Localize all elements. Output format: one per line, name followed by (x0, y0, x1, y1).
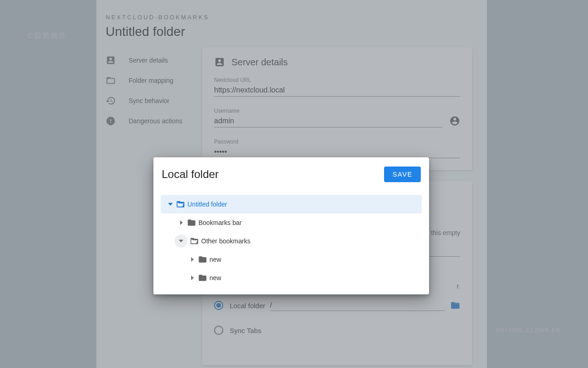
chevron-down-icon[interactable] (167, 202, 174, 207)
tree-item-bookmarks-bar[interactable]: Bookmarks bar (161, 213, 422, 232)
folder-icon (196, 273, 209, 282)
folder-icon (185, 218, 198, 227)
tree-item-label: Bookmarks bar (198, 219, 242, 226)
chevron-right-icon[interactable] (189, 257, 196, 262)
chevron-right-icon[interactable] (189, 276, 196, 280)
tree-item-untitled-folder[interactable]: Untitled folder (161, 195, 422, 213)
tree-item-label: Other bookmarks (201, 237, 250, 245)
folder-tree: Untitled folder Bookmarks bar Other book… (161, 195, 422, 287)
tree-item-label: Untitled folder (187, 201, 227, 208)
tree-item-other-bookmarks[interactable]: Other bookmarks (161, 232, 422, 250)
save-button[interactable]: SAVE (384, 167, 421, 182)
dialog-title: Local folder (162, 168, 219, 181)
folder-open-icon (174, 200, 187, 209)
folder-open-icon (187, 236, 201, 246)
chevron-right-icon[interactable] (178, 220, 185, 225)
tree-item-new-1[interactable]: new (161, 250, 422, 269)
folder-icon (196, 255, 209, 264)
tree-item-new-2[interactable]: new (161, 269, 422, 287)
tree-item-label: new (209, 256, 221, 263)
chevron-down-icon[interactable] (175, 235, 187, 247)
local-folder-dialog: Local folder SAVE Untitled folder Bookma… (153, 157, 429, 294)
tree-item-label: new (209, 274, 221, 282)
